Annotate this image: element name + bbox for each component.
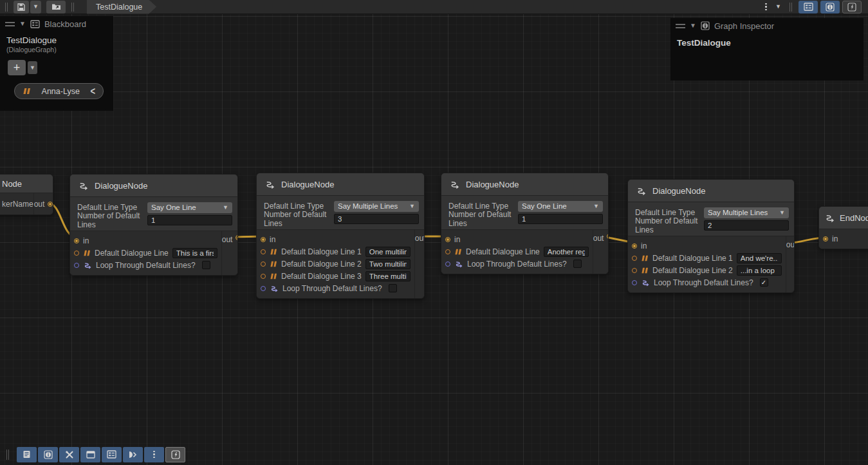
drag-handle-icon[interactable] [676, 24, 685, 28]
chevron-left-icon[interactable]: < [90, 85, 95, 98]
dropdown-value: Say One Line [151, 204, 196, 211]
dialogue-line-input[interactable]: Two multiline [365, 259, 411, 269]
blackboard-panel-button[interactable] [102, 447, 122, 462]
line-type-dropdown[interactable]: Say One Line ▼ [518, 201, 603, 212]
toolbar-drag-handle[interactable] [5, 3, 8, 12]
dialogue-line-port[interactable] [632, 256, 637, 261]
num-lines-input[interactable]: 3 [334, 214, 419, 224]
dialogue-line-input[interactable]: ...in a loop [737, 265, 782, 276]
add-variable-button[interactable]: + [8, 60, 26, 75]
dialogue-node-3[interactable]: DialogueNode Default Line Type Say One L… [441, 173, 609, 274]
dialogue-line-port[interactable] [445, 249, 450, 254]
dialogue-node-4[interactable]: DialogueNode Default Line Type Say Multi… [627, 179, 795, 293]
in-port[interactable] [823, 236, 828, 242]
dialogue-line-port[interactable] [632, 268, 637, 273]
in-port[interactable] [261, 237, 266, 242]
loop-checkbox[interactable] [389, 284, 397, 292]
node-title-bar[interactable]: DialogueNode [441, 173, 608, 195]
loop-port[interactable] [74, 263, 79, 268]
loop-checkbox[interactable] [573, 260, 582, 268]
dialogue-line-port[interactable] [261, 249, 266, 254]
loop-checkbox[interactable]: ✓ [760, 278, 768, 287]
transition-panel-button[interactable] [123, 447, 143, 462]
toolbar-drag-handle[interactable] [790, 3, 792, 12]
top-toolbar: ▼ TestDialogue ▼ [0, 0, 868, 14]
notes-panel-button[interactable] [17, 447, 37, 462]
dialogue-line-input[interactable]: Three multili [365, 271, 411, 281]
in-port-label: in [454, 235, 460, 244]
node-properties: Default Line Type Say One Line ▼ Number … [441, 195, 608, 229]
preview-button[interactable] [165, 447, 185, 462]
start-node[interactable]: Node kerName out [0, 174, 53, 215]
line-type-dropdown[interactable]: Say Multiple Lines ▼ [334, 201, 419, 212]
loop-icon [641, 279, 650, 287]
node-title-bar[interactable]: DialogueNode [70, 175, 237, 196]
dialogue-line-port[interactable] [74, 251, 79, 256]
num-lines-input[interactable]: 2 [704, 220, 789, 231]
loop-checkbox[interactable] [202, 261, 210, 269]
dialogue-line-port[interactable] [261, 261, 266, 267]
dialogue-line-port[interactable] [261, 274, 266, 279]
in-port[interactable] [445, 237, 450, 242]
toolbar-drag-handle[interactable] [71, 3, 74, 12]
line-type-dropdown[interactable]: Say Multiple Lines ▼ [704, 207, 789, 218]
add-variable-options-button[interactable]: ▼ [28, 61, 37, 74]
dialogue-line-input[interactable]: And we're... [737, 253, 782, 263]
blackboard-icon [30, 20, 40, 28]
quote-icon [641, 267, 649, 274]
out-port[interactable] [235, 235, 238, 240]
overflow-menu-button[interactable] [761, 1, 771, 14]
node-title: DialogueNode [652, 186, 705, 196]
node-title-bar[interactable]: DialogueNode [257, 173, 424, 195]
save-button[interactable] [14, 1, 29, 14]
inspector-toggle-button[interactable] [820, 1, 840, 14]
tools-panel-button[interactable] [59, 447, 79, 462]
save-options-button[interactable]: ▼ [30, 1, 41, 14]
graph-inspector-header[interactable]: ▼ Graph Inspector [670, 18, 863, 33]
node-title-bar[interactable]: Node [0, 175, 53, 193]
out-port[interactable] [48, 202, 53, 207]
loop-label: Loop Through Default Lines? [282, 284, 382, 293]
dialogue-line-input[interactable]: One multiline [365, 247, 411, 257]
drag-handle-icon[interactable] [5, 22, 15, 26]
num-lines-input[interactable]: 1 [147, 215, 232, 225]
quote-icon [270, 261, 277, 267]
quote-icon [641, 255, 649, 261]
inspector-panel-button[interactable] [38, 447, 58, 462]
save-icon [17, 3, 26, 12]
load-button[interactable] [46, 1, 66, 14]
in-port[interactable] [632, 243, 637, 249]
tab-testdialogue[interactable]: TestDialogue [87, 0, 156, 14]
line-type-dropdown[interactable]: Say One Line ▼ [147, 202, 232, 213]
dialogue-line-input[interactable]: This is a first [172, 248, 217, 258]
num-lines-input[interactable]: 1 [518, 214, 603, 224]
dialogue-node-1[interactable]: DialogueNode Default Line Type Say One L… [69, 174, 238, 276]
blackboard-toggle-button[interactable] [799, 1, 818, 14]
overflow-menu-caret[interactable]: ▼ [773, 1, 784, 14]
graph-type: (DialogueGraph) [0, 45, 113, 59]
node-title-bar[interactable]: EndNode [819, 207, 868, 229]
kebab-menu-icon [153, 451, 155, 459]
tools-icon [65, 450, 74, 459]
node-title-bar[interactable]: DialogueNode [628, 180, 794, 202]
quote-icon [270, 249, 277, 255]
loop-port[interactable] [445, 261, 450, 267]
dialogue-line-label: Default Dialogue Line 3 [281, 272, 362, 281]
chevron-down-icon: ▼ [593, 204, 599, 209]
out-port[interactable] [607, 234, 609, 239]
blackboard-header[interactable]: ▼ Blackboard [0, 16, 113, 32]
in-port[interactable] [74, 238, 79, 243]
window-panel-button[interactable] [80, 447, 100, 462]
preview-toggle-button[interactable] [842, 1, 862, 14]
end-node[interactable]: EndNode in [818, 206, 868, 249]
dialogue-node-2[interactable]: DialogueNode Default Line Type Say Multi… [256, 173, 425, 299]
dialogue-line-input[interactable]: Another regu [544, 247, 589, 257]
num-lines-label: Number of Default Lines [75, 211, 147, 229]
loop-port[interactable] [261, 286, 266, 291]
loop-port[interactable] [632, 280, 637, 285]
blackboard-field-anna-lyse[interactable]: Anna-Lyse < [14, 83, 104, 99]
toolbar-drag-handle[interactable] [6, 450, 9, 460]
collapse-triangle-icon[interactable]: ▼ [19, 21, 26, 27]
collapse-triangle-icon[interactable]: ▼ [690, 23, 696, 29]
more-options-button[interactable] [144, 447, 164, 462]
